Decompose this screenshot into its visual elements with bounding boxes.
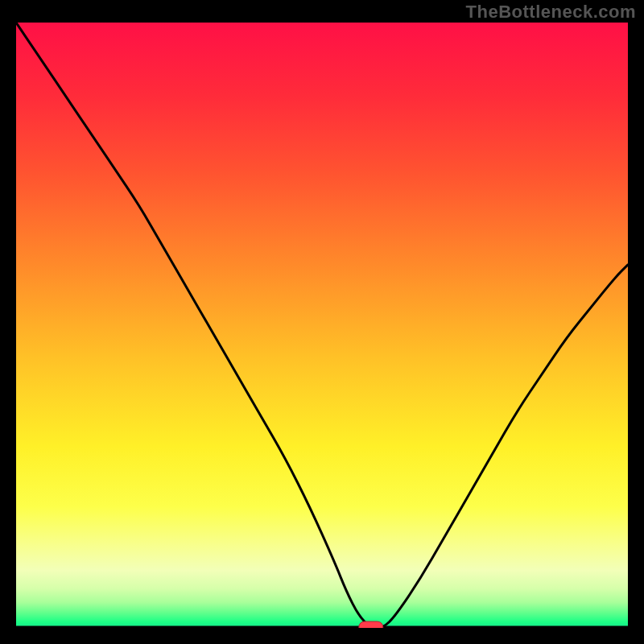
gradient-background: [16, 23, 628, 628]
plot-area: [16, 23, 628, 628]
bottleneck-chart-svg: [16, 23, 628, 628]
optimal-point-marker: [359, 621, 383, 628]
watermark-text: TheBottleneck.com: [466, 2, 636, 23]
chart-frame: TheBottleneck.com: [0, 0, 644, 644]
